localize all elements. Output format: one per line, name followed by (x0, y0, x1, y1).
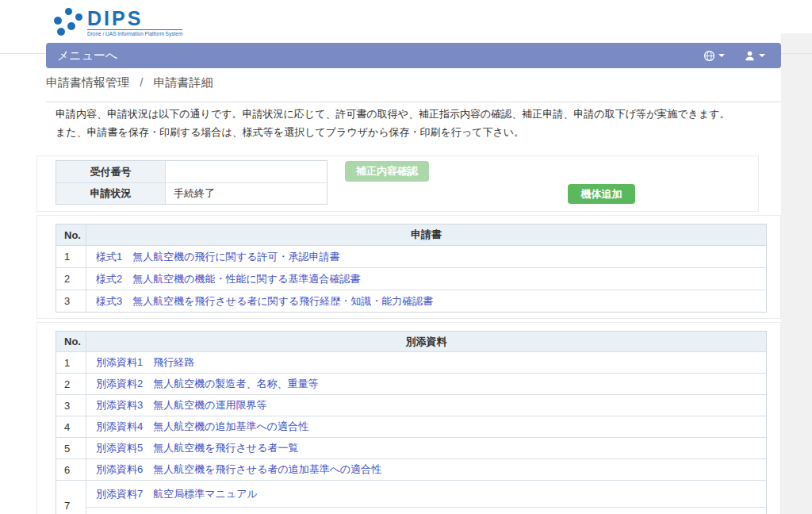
attachments-column-header: 別添資料 (86, 332, 766, 351)
table-row: 1 別添資料1 飛行経路 (56, 351, 766, 373)
logo-title: DIPS (87, 9, 182, 29)
table-row: 4 別添資料4 無人航空機の追加基準への適合性 (56, 416, 766, 437)
dips-logo[interactable]: DIPS Drone / UAS Information Platform Sy… (46, 6, 182, 36)
table-row: 3 別添資料3 無人航空機の運用限界等 (56, 394, 766, 416)
status-table: 受付番号 申請状況 手続終了 (56, 160, 327, 205)
applications-table: No. 申請書 1 様式1 無人航空機の飛行に関する許可・承認申請書 2 様式2… (56, 224, 767, 313)
table-row: 5 別添資料5 無人航空機を飛行させる者一覧 (56, 437, 766, 458)
table-row: 2 別添資料2 無人航空機の製造者、名称、重量等 (56, 373, 766, 394)
correction-check-button[interactable]: 補正内容確認 (345, 161, 429, 182)
table-row: 6 別添資料6 無人航空機を飛行させる者の追加基準への適合性 (56, 458, 766, 480)
table-row: 1 様式1 無人航空機の飛行に関する許可・承認申請書 (56, 245, 766, 267)
breadcrumb-current: 申請書詳細 (154, 75, 213, 89)
logo-subtitle: Drone / UAS Information Platform System (87, 29, 182, 36)
no-column-header: No. (56, 332, 86, 351)
attachment-link[interactable]: 別添資料3 無人航空機の運用限界等 (96, 398, 267, 412)
menu-bar: メニューへ (46, 43, 781, 68)
language-menu-button[interactable] (703, 50, 725, 62)
no-column-header: No. (56, 224, 86, 245)
application-form-link[interactable]: 様式3 無人航空機を飛行させる者に関する飛行経歴・知識・能力確認書 (96, 294, 433, 309)
dips-logo-icon (46, 6, 84, 36)
attachment-link[interactable]: 別添資料1 飛行経路 (96, 355, 194, 370)
chevron-down-icon (718, 54, 725, 57)
application-form-link[interactable]: 様式2 無人航空機の機能・性能に関する基準適合確認書 (96, 272, 360, 286)
attachment-link[interactable]: 別添資料4 無人航空機の追加基準への適合性 (96, 420, 308, 434)
breadcrumb-separator: / (140, 75, 143, 89)
application-status-label: 申請状況 (56, 183, 166, 204)
user-icon (744, 50, 756, 62)
table-row: 2 様式2 無人航空機の機能・性能に関する基準適合確認書 (56, 267, 766, 290)
attachment-link[interactable]: 別添資料7 航空局標準マニュアル (96, 487, 258, 501)
add-aircraft-button[interactable]: 機体追加 (568, 184, 635, 204)
table-row: 申請状況 手続終了 (56, 182, 327, 204)
table-row: 3 様式3 無人航空機を飛行させる者に関する飛行経歴・知識・能力確認書 (56, 290, 766, 312)
description-line-1: 申請内容、申請状況は以下の通りです。申請状況に応じて、許可書の取得や、補正指示内… (56, 105, 730, 123)
application-form-link[interactable]: 様式1 無人航空機の飛行に関する許可・承認申請書 (96, 250, 339, 264)
table-header-row: No. 申請書 (56, 224, 766, 245)
page: DIPS Drone / UAS Information Platform Sy… (0, 0, 812, 514)
page-description: 申請内容、申請状況は以下の通りです。申請状況に応じて、許可書の取得や、補正指示内… (56, 105, 730, 141)
table-row: 受付番号 (56, 161, 327, 182)
breadcrumb: 申請書情報管理 / 申請書詳細 (46, 75, 213, 90)
attachments-table: No. 別添資料 1 別添資料1 飛行経路 2 別添資料2 無人航空機の製造者、… (56, 331, 767, 514)
applications-column-header: 申請書 (86, 224, 766, 245)
breadcrumb-divider (46, 102, 781, 102)
page-background-strip (781, 33, 812, 514)
table-row: 7 別添資料7 航空局標準マニュアル (56, 480, 766, 514)
receipt-number-label: 受付番号 (56, 161, 166, 182)
receipt-number-value (166, 161, 327, 182)
globe-icon (703, 50, 715, 62)
table-header-row: No. 別添資料 (56, 332, 766, 351)
to-menu-link[interactable]: メニューへ (57, 48, 117, 63)
user-menu-button[interactable] (744, 50, 765, 62)
breadcrumb-parent[interactable]: 申請書情報管理 (46, 75, 129, 89)
attachment-link[interactable]: 別添資料6 無人航空機を飛行させる者の追加基準への適合性 (96, 462, 381, 477)
description-line-2: また、申請書を保存・印刷する場合は、様式等を選択してブラウザから保存・印刷を行っ… (56, 123, 730, 141)
attachment-link[interactable]: 別添資料5 無人航空機を飛行させる者一覧 (96, 441, 298, 455)
application-status-value: 手続終了 (166, 183, 327, 204)
chevron-down-icon (759, 54, 765, 57)
attachment-link[interactable]: 別添資料2 無人航空機の製造者、名称、重量等 (96, 377, 319, 391)
